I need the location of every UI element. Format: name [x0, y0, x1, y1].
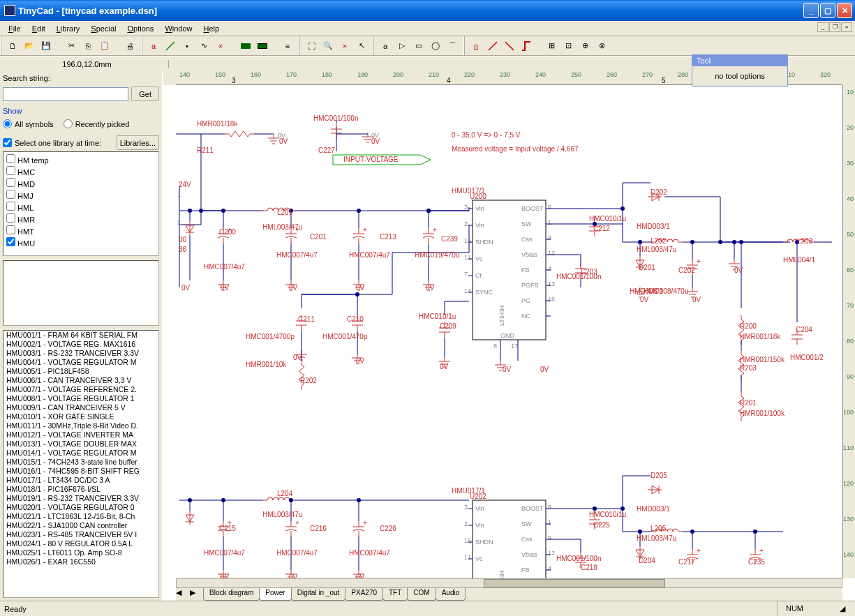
horizontal-scrollbar[interactable] [176, 578, 842, 588]
library-item[interactable]: HMU [5, 236, 157, 248]
tab-nav-right[interactable]: ▶ [190, 588, 204, 601]
part-item[interactable]: HMU008/1 - VOLTAGE REGULATOR 1 [3, 394, 158, 403]
menu-special[interactable]: Special [85, 23, 121, 34]
menu-edit[interactable]: Edit [27, 23, 51, 34]
menu-library[interactable]: Library [51, 23, 86, 34]
maximize-button[interactable]: ▢ [820, 3, 835, 18]
part-item[interactable]: HMU014/1 - VOLTAGE REGULATOR M [3, 449, 158, 458]
sheet-tab[interactable]: Block diagram [203, 588, 260, 601]
tool-options-popup[interactable]: Tool no tool options [692, 54, 788, 87]
paste-icon[interactable]: 📋 [98, 39, 112, 53]
library-list[interactable]: HM temp HMC HMD HMJ HML HMR HMT HMU [3, 151, 159, 256]
schematic-canvas[interactable]: 0V0VINPUT-VOLTAGE0 - 35,0 V => 0 - 7,5 V… [176, 85, 842, 578]
junction-icon[interactable]: • [180, 39, 194, 53]
part-item[interactable]: HMU005/1 - PIC18LF458 [3, 367, 158, 376]
part-item[interactable]: HMU012/1 - VOLTAGE INVERTER MA [3, 430, 158, 440]
copy-icon[interactable]: ⎘ [81, 39, 95, 53]
libraries-button[interactable]: Libraries... [117, 135, 159, 150]
menu-help[interactable]: Help [198, 23, 225, 34]
library-item[interactable]: HMT [5, 225, 157, 236]
part-item[interactable]: HMU015/1 - 74CH243 3-state line buffer [3, 458, 158, 467]
library-item[interactable]: HM temp [5, 153, 157, 165]
cut-icon[interactable]: ✂ [64, 39, 78, 53]
menu-window[interactable]: Window [159, 23, 198, 34]
zoom-fit-icon[interactable]: ⛶ [304, 39, 318, 53]
part-item[interactable]: HMU013/1 - VOLTAGE DOUBLER MAX [3, 440, 158, 449]
part-item[interactable]: HMU001/1 - FRAM 64 KBIT SERIAL FM [3, 331, 158, 340]
arc-icon[interactable]: ∿ [197, 39, 211, 53]
part-item[interactable]: HMU022/1 - SJA1000 CAN controller [3, 521, 158, 530]
open-icon[interactable]: 📂 [22, 39, 36, 53]
minimize-button[interactable]: _ [803, 3, 819, 18]
radio-all-symbols[interactable]: All symbols [3, 119, 54, 128]
tab-nav-left[interactable]: ◀ [176, 588, 190, 601]
wire-icon[interactable] [163, 39, 177, 53]
rect-icon[interactable]: ▭ [412, 39, 426, 53]
module-icon[interactable] [239, 39, 253, 53]
sheet-tab[interactable]: TFT [382, 588, 408, 601]
wire2-icon[interactable] [486, 39, 500, 53]
noconnect-icon[interactable]: × [214, 39, 228, 53]
part-item[interactable]: HMU017/1 - LT3434 DC/DC 3 A [3, 476, 158, 485]
library-item[interactable]: HML [5, 201, 157, 213]
text-icon[interactable]: a [147, 39, 161, 53]
resize-grip-icon[interactable]: ◢ [840, 604, 851, 613]
netlabel-icon[interactable]: n [469, 39, 483, 53]
mdi-restore-button[interactable]: ❐ [829, 22, 840, 32]
part-item[interactable]: HMU020/1 - VOLTAGE REGULATOR 0 [3, 503, 158, 512]
get-button[interactable]: Get [131, 87, 159, 101]
mdi-minimize-button[interactable]: _ [817, 22, 828, 32]
label-icon[interactable]: a [378, 39, 392, 53]
part-item[interactable]: HMU018/1 - PIC16F676-I/SL [3, 485, 158, 494]
ellipse-icon[interactable]: ◯ [429, 39, 443, 53]
library-item[interactable]: HMJ [5, 189, 157, 201]
part-item[interactable]: HMU010/1 - XOR GATE SINGLE [3, 412, 158, 421]
new-icon[interactable]: 🗋 [6, 39, 20, 53]
close-button[interactable]: ✕ [837, 3, 852, 18]
sheet-tab[interactable]: Audio [436, 588, 466, 601]
part-item[interactable]: HMU019/1 - RS-232 TRANCEIVER 3.3V [3, 494, 158, 503]
mdi-close-button[interactable]: × [841, 22, 852, 32]
part-item[interactable]: HMU003/1 - RS-232 TRANCEIVER 3.3V [3, 349, 158, 358]
origin1-icon[interactable]: ⊕ [578, 39, 592, 53]
sheet-tab[interactable]: Digital in _out [291, 588, 346, 601]
part-item[interactable]: HMU016/1 - 74HC595 8-BIT SHIFT REG [3, 467, 158, 476]
part-item[interactable]: HMU009/1 - CAN TRANCEIVER 5 V [3, 403, 158, 412]
origin2-icon[interactable]: ⊗ [595, 39, 609, 53]
part-item[interactable]: HMU002/1 - VOLTAGE REG. MAX1616 [3, 340, 158, 349]
print-icon[interactable]: 🖨 [123, 39, 137, 53]
part-item[interactable]: HMU004/1 - VOLTAGE REGULATOR M [3, 358, 158, 367]
parts-list[interactable]: HMU001/1 - FRAM 64 KBIT SERIAL FMHMU002/… [3, 330, 159, 598]
layers-icon[interactable]: ≡ [281, 39, 295, 53]
arc2-icon[interactable]: ⌒ [445, 39, 459, 53]
part-item[interactable]: HMU025/1 - LT6011 Op. Amp SO-8 [3, 548, 158, 557]
part-item[interactable]: HMU023/1 - RS-485 TRANCEIVER 5V I [3, 530, 158, 539]
sheet-tab[interactable]: Power [259, 588, 291, 601]
library-item[interactable]: HMD [5, 177, 157, 189]
menu-options[interactable]: Options [121, 23, 159, 34]
search-input[interactable] [3, 87, 128, 101]
module2-icon[interactable] [255, 39, 269, 53]
part-item[interactable]: HMU026/1 - EXAR 16C550 [3, 557, 158, 566]
sheet-tab[interactable]: PXA270 [345, 588, 383, 601]
wire3-icon[interactable] [503, 39, 516, 53]
poly-icon[interactable]: ▷ [395, 39, 409, 53]
radio-recently-picked[interactable]: Recently picked [64, 119, 130, 128]
bus-icon[interactable] [519, 39, 533, 53]
library-item[interactable]: HMR [5, 213, 157, 225]
library-item[interactable]: HMC [5, 165, 157, 177]
part-item[interactable]: HMU024/1 - 80 V REGULATOR 0.5A L [3, 539, 158, 548]
save-icon[interactable]: 💾 [39, 39, 53, 53]
pointer-icon[interactable]: ↖ [355, 39, 369, 53]
delete-tool-icon[interactable]: × [338, 39, 352, 53]
grid2-icon[interactable]: ⊡ [561, 39, 575, 53]
grid1-icon[interactable]: ⊞ [544, 39, 558, 53]
zoom-icon[interactable]: 🔍 [321, 39, 335, 53]
sheet-tab[interactable]: COM [407, 588, 436, 601]
menu-file[interactable]: File [3, 23, 27, 34]
part-item[interactable]: HMU011/1 - 30MHz,Triple 8-Bit Video D. [3, 421, 158, 430]
select-one-library-checkbox[interactable]: Select one library at time: [3, 138, 101, 147]
part-item[interactable]: HMU021/1 - LTC1863L 12-/16-Bit, 8-Ch [3, 512, 158, 521]
part-item[interactable]: HMU007/1 - VOLTAGE REFERENCE 2. [3, 385, 158, 394]
part-item[interactable]: HMU006/1 - CAN TRANCEIVER 3,3 V [3, 376, 158, 385]
